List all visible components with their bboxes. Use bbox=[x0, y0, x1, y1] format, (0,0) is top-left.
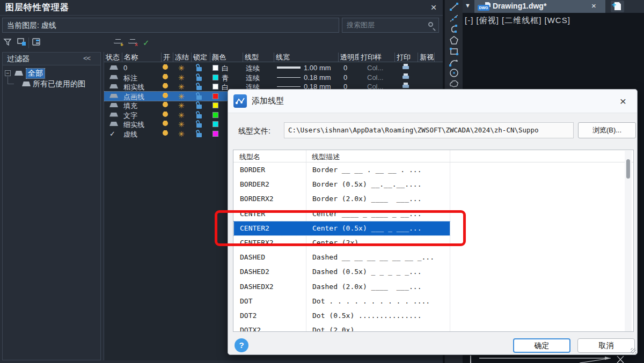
layer-freeze-icon[interactable]: ✳ bbox=[178, 64, 185, 72]
tree-connector bbox=[8, 77, 8, 84]
search-input[interactable]: 搜索图层 bbox=[342, 18, 439, 33]
revision-cloud-tool-icon[interactable] bbox=[448, 78, 460, 89]
column-header[interactable]: 名称 bbox=[122, 53, 162, 62]
filters-collapse-button[interactable]: << bbox=[83, 54, 90, 62]
column-header[interactable]: 状态 bbox=[104, 53, 122, 62]
browse-button[interactable]: 浏览(B)... bbox=[578, 122, 636, 138]
layer-freeze-icon[interactable]: ✳ bbox=[178, 130, 185, 138]
layer-color-swatch[interactable] bbox=[213, 75, 218, 80]
layer-color-name: 青 bbox=[222, 73, 229, 83]
arc-tool-icon[interactable] bbox=[448, 57, 460, 68]
layer-status-icon bbox=[109, 113, 118, 117]
line-tool-icon[interactable] bbox=[448, 2, 460, 12]
column-header[interactable]: 线宽 bbox=[274, 53, 339, 62]
layer-color-swatch[interactable] bbox=[213, 65, 218, 71]
drawing-tab[interactable]: DWG Drawing1.dwg* × bbox=[474, 0, 605, 13]
layer-print-icon[interactable] bbox=[402, 83, 409, 89]
panel-close-icon[interactable]: × bbox=[427, 1, 440, 14]
linetype-name: DASHEDX2 bbox=[240, 283, 274, 291]
layer-name: 细实线 bbox=[123, 120, 144, 130]
ok-button[interactable]: 确定 bbox=[513, 338, 570, 353]
layer-lock-icon[interactable] bbox=[196, 74, 203, 81]
layer-lock-icon[interactable] bbox=[196, 93, 203, 100]
layer-color-swatch[interactable] bbox=[213, 131, 218, 137]
layer-transparency[interactable]: 0 bbox=[343, 73, 347, 82]
layer-row[interactable]: 0 ✳ 白 连续 1.00 mm 0 Col... bbox=[104, 63, 443, 72]
tab-close-icon[interactable]: × bbox=[591, 1, 596, 10]
column-header[interactable]: 开 bbox=[162, 53, 173, 62]
layer-freeze-icon[interactable]: ✳ bbox=[178, 111, 185, 120]
dialog-close-icon[interactable]: × bbox=[616, 94, 631, 109]
linetype-file-input[interactable]: C:\Users\ishnan\AppData\Roaming\ZWSOFT\Z… bbox=[284, 122, 574, 138]
layer-lock-icon[interactable] bbox=[196, 102, 203, 109]
column-header[interactable]: 打印样 bbox=[359, 53, 395, 62]
layer-lock-icon[interactable] bbox=[196, 83, 203, 90]
cancel-button[interactable]: 取消 bbox=[577, 338, 635, 353]
column-header[interactable]: 打印 bbox=[395, 53, 418, 62]
layer-freeze-icon[interactable]: ✳ bbox=[178, 101, 185, 110]
polyline-tool-icon[interactable] bbox=[448, 24, 460, 34]
column-header[interactable]: 新视 bbox=[418, 53, 435, 62]
linetype-row[interactable]: BORDER Border __ __ . __ __ . ... bbox=[234, 163, 450, 177]
help-button[interactable]: ? bbox=[235, 338, 248, 352]
linetype-row[interactable]: DOT2 Dot (0.5x) ............... bbox=[234, 309, 450, 323]
layer-print-icon[interactable] bbox=[402, 73, 409, 80]
layer-color-swatch[interactable] bbox=[213, 121, 218, 127]
layer-filter-button[interactable] bbox=[3, 36, 13, 49]
tree-connector bbox=[8, 84, 14, 84]
xline-tool-icon[interactable] bbox=[448, 13, 460, 24]
delete-layer-button[interactable]: × bbox=[128, 36, 137, 49]
rectangle-tool-icon[interactable] bbox=[448, 46, 460, 57]
layer-linetype[interactable]: 连续 bbox=[246, 64, 260, 73]
scrollbar-thumb[interactable] bbox=[626, 159, 630, 179]
set-current-layer-button[interactable]: ✓ bbox=[143, 38, 150, 51]
column-header[interactable]: 线型 bbox=[243, 53, 274, 62]
circle-tool-icon[interactable] bbox=[448, 68, 460, 78]
layer-states-manager-button[interactable] bbox=[31, 36, 42, 49]
layer-filter-properties-button[interactable] bbox=[16, 36, 27, 49]
layer-print-icon[interactable] bbox=[402, 64, 409, 70]
linetype-row[interactable]: DASHEDX2 Dashed (2.0x) ____ ___... bbox=[234, 280, 450, 294]
layer-freeze-icon[interactable]: ✳ bbox=[178, 83, 185, 91]
column-header[interactable]: 颜色 bbox=[210, 53, 243, 62]
layer-lock-icon[interactable] bbox=[196, 112, 203, 118]
linetype-row[interactable]: BORDER2 Border (0.5x) __.__.__.... bbox=[234, 177, 450, 191]
layer-color-swatch[interactable] bbox=[213, 84, 218, 90]
new-drawing-button[interactable]: + bbox=[611, 1, 624, 12]
layer-freeze-icon[interactable]: ✳ bbox=[178, 92, 185, 101]
column-header[interactable]: 冻结 bbox=[173, 53, 192, 62]
layer-plotstyle[interactable]: Col... bbox=[367, 73, 383, 82]
polygon-tool-icon[interactable] bbox=[448, 35, 460, 46]
linetype-row[interactable]: DASHED2 Dashed (0.5x) _ _ _ _ _... bbox=[234, 265, 450, 279]
layer-freeze-icon[interactable]: ✳ bbox=[178, 73, 185, 82]
layer-color-swatch[interactable] bbox=[213, 112, 218, 118]
layer-lock-icon[interactable] bbox=[196, 64, 203, 71]
layer-linetype[interactable]: 连续 bbox=[246, 73, 260, 83]
column-header[interactable]: 锁定 bbox=[192, 53, 210, 62]
layer-color-swatch[interactable] bbox=[213, 102, 218, 108]
linetype-row[interactable]: DOTX2 Dot (2.0x) bbox=[234, 323, 450, 332]
layer-color-swatch[interactable] bbox=[213, 93, 218, 99]
list-scrollbar[interactable] bbox=[625, 151, 632, 332]
layer-plotstyle[interactable]: Col... bbox=[367, 64, 383, 72]
linetype-row[interactable]: DOT Dot . . . . . . . . . . .... bbox=[234, 294, 450, 308]
linetype-name-column-header: 线型名 bbox=[239, 152, 260, 162]
column-header[interactable]: 透明度 bbox=[339, 53, 359, 62]
layer-transparency[interactable]: 0 bbox=[343, 64, 347, 72]
viewport-controls-label[interactable]: [-] [俯视] [二维线框] [WCS] bbox=[465, 16, 570, 26]
tab-dropdown-icon[interactable]: ▼ bbox=[465, 2, 471, 9]
tree-node-used-layers[interactable]: 所有已使用的图 bbox=[33, 79, 100, 89]
layer-freeze-icon[interactable]: ✳ bbox=[178, 120, 185, 129]
linetype-row[interactable]: DASHED Dashed __ __ __ __ __ __ _... bbox=[234, 250, 450, 264]
layer-lock-icon[interactable] bbox=[196, 130, 203, 137]
resize-grip[interactable] bbox=[631, 348, 636, 353]
tree-node-all[interactable]: 全部 bbox=[26, 69, 45, 78]
tree-expand-icon[interactable]: − bbox=[5, 70, 11, 76]
layer-lineweight[interactable]: 0.18 mm bbox=[304, 73, 331, 82]
layer-lock-icon[interactable] bbox=[196, 121, 203, 128]
new-layer-button[interactable]: + bbox=[114, 36, 122, 49]
layer-lineweight[interactable]: 1.00 mm bbox=[304, 64, 331, 72]
layer-row[interactable]: 标注 ✳ 青 连续 0.18 mm 0 Col... bbox=[104, 73, 443, 82]
current-layer-check-icon: ✓ bbox=[109, 130, 115, 138]
linetype-row[interactable]: BORDERX2 Border (2.0x) ____ ___... bbox=[234, 192, 450, 206]
